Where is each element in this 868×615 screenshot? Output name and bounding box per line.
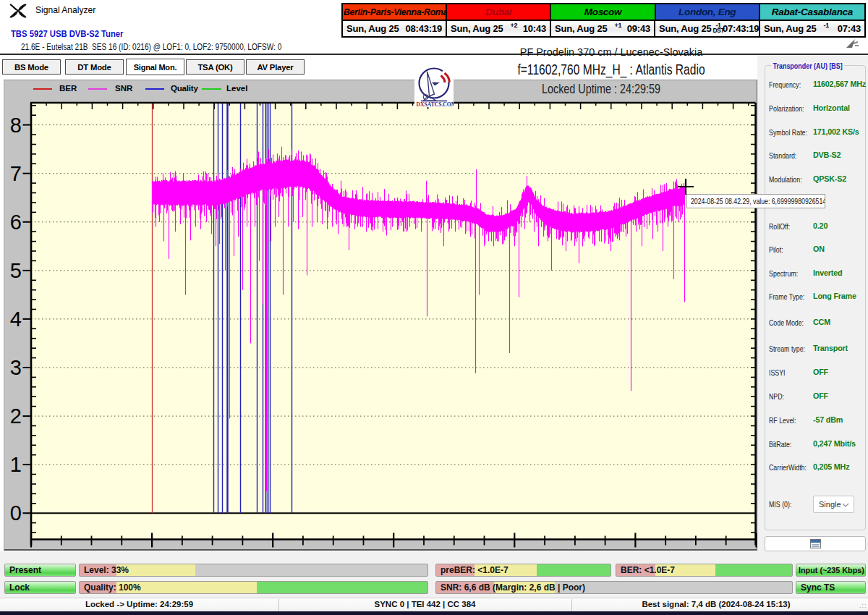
svg-text:SATCS.COM: SATCS.COM [425, 101, 454, 107]
svg-text:4: 4 [10, 308, 22, 331]
svg-text:1: 1 [10, 453, 22, 476]
svg-text:0: 0 [10, 501, 22, 525]
svg-text:DX: DX [417, 101, 425, 107]
svg-text:3: 3 [10, 356, 22, 379]
svg-text:5: 5 [10, 259, 22, 282]
svg-text:7: 7 [10, 162, 22, 185]
svg-text:6: 6 [10, 211, 22, 234]
svg-text:8: 8 [10, 114, 22, 137]
svg-text:2: 2 [10, 404, 22, 428]
